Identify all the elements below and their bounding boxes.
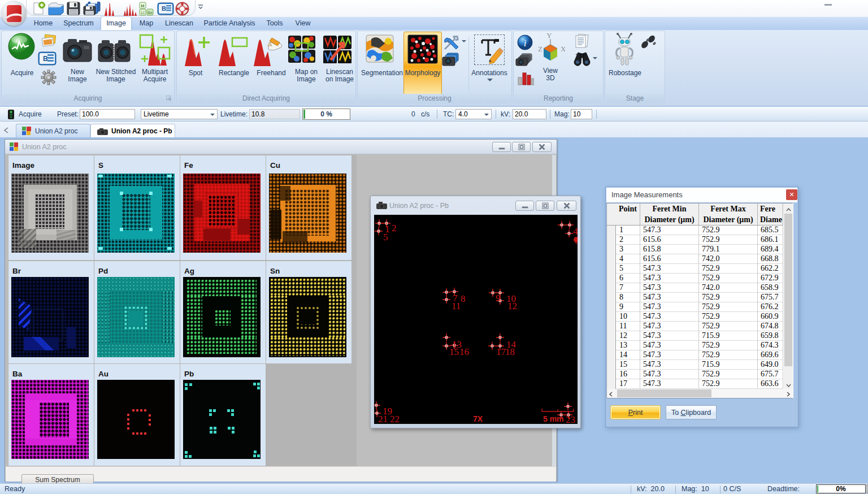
svg-text:12: 12 [507,301,517,311]
svg-text:21: 21 [378,414,388,424]
svg-text:17: 17 [496,346,506,357]
svg-text:8: 8 [461,293,466,304]
svg-text:5: 5 [383,232,388,242]
svg-text:B: B [162,5,166,12]
svg-text:2: 2 [392,223,397,233]
svg-text:Li: Li [141,11,145,15]
svg-text:22: 22 [390,414,400,424]
svg-text:15: 15 [449,346,459,357]
svg-text:18: 18 [505,346,515,357]
svg-text:Be: Be [147,11,153,15]
svg-text:H: H [141,3,145,8]
svg-text:9: 9 [496,293,501,304]
svg-text:6: 6 [575,236,578,246]
svg-text:16: 16 [459,346,469,357]
svg-text:Y: Y [546,32,552,40]
svg-text:7X: 7X [473,414,483,423]
svg-text:B: B [43,55,48,63]
svg-text:X: X [561,45,565,53]
svg-text:5 mm: 5 mm [543,414,564,423]
svg-text:i: i [524,38,527,49]
svg-text:11: 11 [452,301,461,311]
svg-text:Z: Z [538,45,542,53]
svg-text:23: 23 [566,414,575,424]
